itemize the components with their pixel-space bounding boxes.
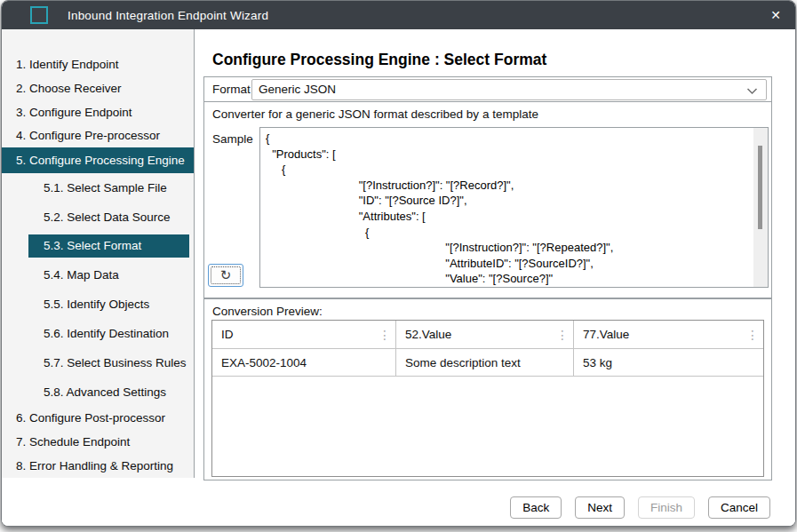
sample-textarea[interactable]: { "Products": [ { "[?Instruction?]": "[?… [259,127,769,288]
conversion-preview-label: Conversion Preview: [204,299,771,318]
next-button[interactable]: Next [575,496,625,519]
cell-id: EXA-5002-1004 [212,349,396,376]
column-header-id[interactable]: ID ⋮ [212,321,396,348]
cancel-button[interactable]: Cancel [708,496,770,519]
sample-scrollbar[interactable] [753,128,768,287]
page-title: Configure Processing Engine : Select For… [212,51,546,69]
sample-json-text: { "Products": [ { "[?Instruction?]": "[?… [260,128,768,287]
preview-table: ID ⋮ 52.Value ⋮ 77.Value ⋮ EXA- [211,320,764,477]
content-area: Configure Processing Engine : Select For… [195,29,795,526]
column-header-label: ID [221,328,234,341]
sidebar-item-map-data[interactable]: 5.4. Map Data [2,261,194,290]
cell-52-value: Some description text [396,349,574,376]
sidebar-item-select-business-rules[interactable]: 5.7. Select Business Rules [2,348,194,377]
sidebar-item-select-format[interactable]: 5.3. Select Format [28,234,189,258]
column-menu-icon[interactable]: ⋮ [746,329,759,341]
sidebar-item-configure-processing-engine[interactable]: 5. Configure Processing Engine [2,147,194,173]
sidebar-item-schedule-endpoint[interactable]: 7. Schedule Endpoint [2,430,194,454]
format-panel: Format Generic JSON Converter for a gene… [203,76,772,298]
wizard-window: Inbound Integration Endpoint Wizard ✕ 1.… [1,0,796,527]
sidebar-item-select-data-source[interactable]: 5.2. Select Data Source [2,202,194,232]
close-icon: ✕ [770,8,781,22]
column-menu-icon[interactable]: ⋮ [379,329,391,341]
title-bar: Inbound Integration Endpoint Wizard ✕ [2,1,795,29]
close-button[interactable]: ✕ [756,1,795,29]
column-header-77-value[interactable]: 77.Value ⋮ [574,321,763,348]
sidebar-item-identify-endpoint[interactable]: 1. Identify Endpoint [2,52,194,76]
sidebar-item-identify-objects[interactable]: 5.5. Identify Objects [2,290,194,319]
format-selected-value: Generic JSON [259,83,336,96]
sample-scrollbar-thumb[interactable] [758,146,762,229]
format-label: Format [204,83,251,96]
refresh-icon: ↻ [220,268,232,282]
app-icon [30,6,48,24]
conversion-preview-panel: Conversion Preview: ID ⋮ 52.Value ⋮ 77.V… [203,298,772,480]
chevron-down-icon [746,87,758,95]
sidebar-item-configure-endpoint[interactable]: 3. Configure Endpoint [2,100,194,124]
sidebar-item-configure-pre-processor[interactable]: 4. Configure Pre-processor [2,123,194,147]
preview-table-header: ID ⋮ 52.Value ⋮ 77.Value ⋮ [212,321,763,349]
sidebar-item-advanced-settings[interactable]: 5.8. Advanced Settings [2,377,194,407]
sidebar-item-select-sample-file[interactable]: 5.1. Select Sample File [2,173,194,202]
format-select[interactable]: Generic JSON [251,79,767,100]
sample-label: Sample [212,132,253,146]
column-menu-icon[interactable]: ⋮ [556,329,569,341]
window-body: 1. Identify Endpoint 2. Choose Receiver … [2,29,795,526]
refresh-button[interactable]: ↻ [208,264,243,287]
back-button[interactable]: Back [510,496,562,519]
column-header-label: 77.Value [583,328,629,341]
sample-row: Sample { "Products": [ { "[?Instruction?… [204,126,771,298]
sidebar-item-error-handling-reporting[interactable]: 8. Error Handling & Reporting [2,454,194,478]
sidebar-item-choose-receiver[interactable]: 2. Choose Receiver [2,76,194,100]
wizard-steps-sidebar: 1. Identify Endpoint 2. Choose Receiver … [2,29,195,478]
column-header-label: 52.Value [405,328,451,341]
column-header-52-value[interactable]: 52.Value ⋮ [396,321,574,348]
wizard-buttons: Back Next Finish Cancel [510,496,770,519]
table-row[interactable]: EXA-5002-1004 Some description text 53 k… [212,349,763,377]
cell-77-value: 53 kg [574,349,763,376]
format-row: Format Generic JSON [204,77,771,102]
format-description: Converter for a generic JSON format desc… [204,102,771,126]
sidebar-item-identify-destination[interactable]: 5.6. Identify Destination [2,319,194,348]
sidebar-item-configure-post-processor[interactable]: 6. Configure Post-processor [2,407,194,431]
window-title: Inbound Integration Endpoint Wizard [68,9,268,22]
finish-button: Finish [638,496,695,519]
